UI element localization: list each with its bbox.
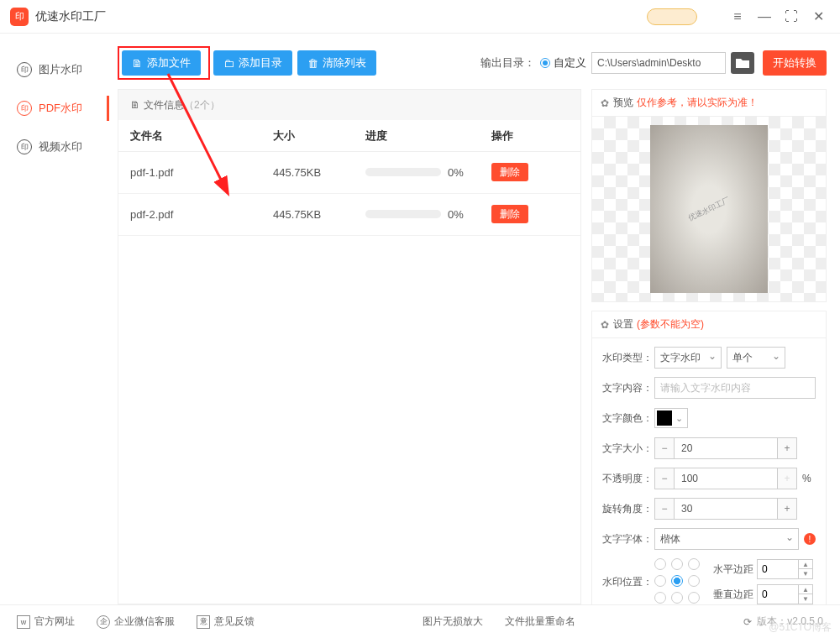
size-label: 文字大小： (602, 442, 654, 456)
opacity-unit: % (802, 473, 811, 484)
file-size: 445.75KB (273, 208, 365, 221)
official-site-link[interactable]: w官方网址 (17, 614, 75, 629)
file-progress: 0% (365, 208, 491, 221)
file-name: pdf-2.pdf (130, 208, 273, 221)
start-convert-button[interactable]: 开始转换 (763, 50, 827, 76)
sidebar-item-label: PDF水印 (39, 101, 82, 116)
font-select[interactable]: 楷体 (654, 528, 799, 550)
position-grid (654, 558, 701, 604)
watermark-text-input[interactable] (654, 377, 816, 399)
toolbar: 🗎 添加文件 🗀 添加目录 🗑 清除列表 输出目录： 自定义 开始转换 (118, 42, 827, 84)
hmargin-up[interactable]: ▲ (799, 560, 812, 569)
image-watermark-icon: 印 (17, 62, 32, 77)
output-custom-radio[interactable] (540, 58, 550, 68)
opacity-label: 不透明度： (602, 472, 654, 486)
pos-mc[interactable] (671, 575, 683, 587)
close-button[interactable]: ✕ (806, 5, 830, 29)
opacity-value[interactable]: 100 (675, 468, 777, 489)
vmargin-input[interactable] (757, 584, 799, 604)
col-name: 文件名 (130, 128, 273, 144)
file-size: 445.75KB (273, 166, 365, 179)
file-icon: 🗎 (132, 57, 143, 70)
opacity-increase-button[interactable]: + (777, 468, 797, 489)
delete-button[interactable]: 删除 (491, 205, 528, 223)
output-path-input[interactable] (591, 52, 726, 74)
video-watermark-icon: 印 (17, 139, 32, 154)
add-file-button[interactable]: 🗎 添加文件 (122, 50, 201, 76)
sidebar-item-image[interactable]: 印 图片水印 (0, 50, 109, 89)
add-folder-button[interactable]: 🗀 添加目录 (213, 50, 292, 76)
page-watermark: @51CTO博客 (769, 620, 832, 635)
pos-tl[interactable] (654, 558, 666, 570)
pos-br[interactable] (688, 592, 700, 604)
sidebar-item-video[interactable]: 印 视频水印 (0, 128, 109, 166)
col-progress: 进度 (365, 128, 491, 144)
col-operation: 操作 (491, 128, 542, 144)
title-badge[interactable] (647, 8, 697, 25)
error-badge-icon: ! (804, 533, 816, 545)
file-progress: 0% (365, 166, 491, 179)
pos-tc[interactable] (671, 558, 683, 570)
file-name: pdf-1.pdf (130, 166, 273, 179)
sidebar-item-pdf[interactable]: 印 PDF水印 (0, 89, 109, 128)
document-icon: 🗎 (130, 99, 140, 111)
annotation-highlight: 🗎 添加文件 (118, 46, 210, 80)
pos-bl[interactable] (654, 592, 666, 604)
globe-icon: w (17, 615, 30, 629)
minimize-button[interactable]: — (753, 5, 776, 29)
hmargin-down[interactable]: ▼ (799, 569, 812, 578)
content-label: 文字内容： (602, 381, 654, 395)
settings-note: (参数不能为空) (637, 317, 704, 332)
vmargin-label: 垂直边距 (713, 588, 757, 602)
app-logo-icon: 印 (10, 8, 29, 26)
pos-tr[interactable] (688, 558, 700, 570)
rotate-decrease-button[interactable]: − (654, 498, 675, 520)
size-decrease-button[interactable]: − (654, 437, 675, 459)
preview-note: 仅作参考，请以实际为准！ (637, 96, 758, 110)
wechat-icon: 企 (97, 615, 110, 629)
type-label: 水印类型： (602, 351, 654, 365)
position-label: 水印位置： (602, 575, 654, 589)
rotate-label: 旋转角度： (602, 502, 654, 516)
pos-bc[interactable] (671, 592, 683, 604)
pdf-watermark-icon: 印 (17, 101, 32, 116)
text-color-picker[interactable] (654, 408, 688, 428)
preview-title: 预览 (613, 96, 633, 110)
trash-icon: 🗑 (307, 57, 318, 70)
titlebar: 印 优速水印工厂 ≡ — ⛶ ✕ (0, 0, 840, 34)
feedback-link[interactable]: 意意见反馈 (197, 614, 255, 629)
vmargin-down[interactable]: ▼ (799, 594, 812, 604)
browse-folder-button[interactable] (731, 52, 754, 74)
sidebar: 印 图片水印 印 PDF水印 印 视频水印 (0, 34, 109, 604)
watermark-type-select[interactable]: 文字水印 (654, 347, 722, 369)
delete-button[interactable]: 删除 (491, 163, 528, 181)
hmargin-input[interactable] (757, 559, 799, 579)
preview-image: 优速水印工厂 (650, 125, 768, 293)
rotate-value[interactable]: 30 (675, 498, 777, 520)
pos-ml[interactable] (654, 575, 666, 587)
preview-panel: ✿ 预览 仅作参考，请以实际为准！ 优速水印工厂 (591, 89, 827, 302)
batch-rename-link[interactable]: 文件批量重命名 (505, 614, 575, 629)
rotate-increase-button[interactable]: + (777, 498, 797, 520)
pos-mr[interactable] (688, 575, 700, 587)
col-size: 大小 (273, 128, 365, 144)
watermark-mode-select[interactable]: 单个 (727, 347, 785, 369)
preview-area: 优速水印工厂 (592, 117, 826, 301)
lossless-zoom-link[interactable]: 图片无损放大 (423, 614, 483, 629)
sidebar-item-label: 视频水印 (39, 139, 82, 154)
size-value[interactable]: 20 (675, 437, 777, 459)
menu-icon[interactable]: ≡ (726, 5, 749, 29)
file-list-panel: 🗎 文件信息 （2个） 文件名 大小 进度 操作 pdf-1.pdf 445.7… (118, 89, 581, 604)
table-row: pdf-2.pdf 445.75KB 0% 删除 (118, 194, 580, 236)
opacity-decrease-button[interactable]: − (654, 468, 675, 489)
hmargin-label: 水平边距 (713, 562, 757, 577)
refresh-icon[interactable]: ⟳ (743, 616, 752, 628)
maximize-button[interactable]: ⛶ (780, 5, 803, 29)
clear-list-button[interactable]: 🗑 清除列表 (297, 50, 376, 76)
vmargin-up[interactable]: ▲ (799, 585, 812, 594)
gear-icon: ✿ (601, 319, 609, 331)
footer: w官方网址 企企业微信客服 意意见反馈 图片无损放大 文件批量重命名 ⟳ 版本：… (0, 604, 840, 638)
wechat-support-link[interactable]: 企企业微信客服 (97, 614, 175, 629)
size-increase-button[interactable]: + (777, 437, 797, 459)
font-label: 文字字体： (602, 532, 654, 546)
